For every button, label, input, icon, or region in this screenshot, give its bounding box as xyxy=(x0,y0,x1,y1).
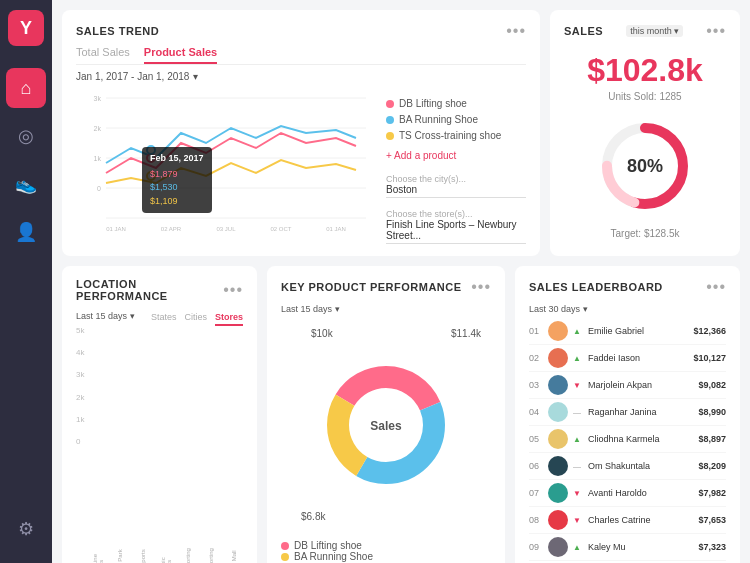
lb-name: Charles Catrine xyxy=(588,515,693,525)
units-sold: Units Sold: 1285 xyxy=(608,91,681,102)
lb-trend: ▼ xyxy=(573,516,583,525)
lb-name: Cliodhna Karmela xyxy=(588,434,693,444)
sales-trend-card: SALES TREND ••• Total Sales Product Sale… xyxy=(62,10,540,256)
svg-text:02 APR: 02 APR xyxy=(161,226,182,232)
leaderboard-list: 01 ▲ Emilie Gabriel $12,366 02 ▲ Faddei … xyxy=(529,318,726,563)
location-sub-tabs: States Cities Stores xyxy=(151,312,243,326)
lb-amount: $7,982 xyxy=(698,488,726,498)
table-row: 08 ▼ Charles Catrine $7,653 xyxy=(529,507,726,534)
sub-tab-cities[interactable]: Cities xyxy=(184,312,207,326)
key-product-header: KEY PRODUCT PERFORMANCE ••• xyxy=(281,278,491,296)
store-selector[interactable]: Choose the store(s)... Finish Line Sport… xyxy=(386,209,526,244)
legend-item-1: DB Lifting shoe xyxy=(386,98,526,109)
bar-item-3: Boston Sports xyxy=(134,545,153,563)
sales-trend-tabs: Total Sales Product Sales xyxy=(76,46,526,65)
table-row: 07 ▼ Avanti Haroldo $7,982 xyxy=(529,480,726,507)
key-product-title: KEY PRODUCT PERFORMANCE xyxy=(281,281,462,293)
avatar xyxy=(548,375,568,395)
svg-text:3k: 3k xyxy=(94,95,102,102)
avatar xyxy=(548,537,568,557)
donut-label-2: $11.4k xyxy=(451,328,481,339)
svg-text:2k: 2k xyxy=(94,125,102,132)
location-perf-more[interactable]: ••• xyxy=(223,281,243,299)
sales-month-card: SALES this month ▾ ••• $102.8k Units Sol… xyxy=(550,10,740,256)
avatar xyxy=(548,402,568,422)
sub-tab-states[interactable]: States xyxy=(151,312,177,326)
lb-name: Kaley Mu xyxy=(588,542,693,552)
legend-label-2: BA Running Shoe xyxy=(399,114,478,125)
lb-rank: 03 xyxy=(529,380,543,390)
lb-trend: — xyxy=(573,408,583,417)
leaderboard-period[interactable]: Last 30 days ▾ xyxy=(529,304,726,314)
add-product-button[interactable]: + Add a product xyxy=(386,150,526,161)
tab-total-sales[interactable]: Total Sales xyxy=(76,46,130,64)
lb-name: Faddei Iason xyxy=(588,353,688,363)
sidebar-item-home[interactable]: ⌂ xyxy=(6,68,46,108)
sales-month-title: SALES xyxy=(564,25,603,37)
main-content: SALES TREND ••• Total Sales Product Sale… xyxy=(52,0,750,563)
bar-item-4: Olympic Sports xyxy=(156,545,175,563)
sidebar-item-settings[interactable]: ⚙ xyxy=(6,509,46,549)
location-perf-card: LOCATION PERFORMANCE ••• Last 15 days ▾ … xyxy=(62,266,257,563)
sales-trend-more[interactable]: ••• xyxy=(506,22,526,40)
lb-trend: ▲ xyxy=(573,435,583,444)
lb-amount: $8,990 xyxy=(698,407,726,417)
sales-amount: $102.8k xyxy=(587,52,703,89)
lb-name: Marjolein Akpan xyxy=(588,380,693,390)
lb-amount: $9,082 xyxy=(698,380,726,390)
legend-dot-1 xyxy=(386,100,394,108)
bottom-row: LOCATION PERFORMANCE ••• Last 15 days ▾ … xyxy=(62,266,740,563)
bar-y-axis: 5k 4k 3k 2k 1k 0 xyxy=(76,326,88,446)
line-chart-svg: 3k 2k 1k 0 01 JAN 02 APR 03 JUL 02 OCT 0… xyxy=(76,88,376,233)
sidebar-item-person[interactable]: 👤 xyxy=(6,212,46,252)
legend-item-2: BA Running Shoe xyxy=(386,114,526,125)
location-period[interactable]: Last 15 days ▾ xyxy=(76,311,135,321)
avatar xyxy=(548,429,568,449)
line-chart: 3k 2k 1k 0 01 JAN 02 APR 03 JUL 02 OCT 0… xyxy=(76,88,376,244)
lb-trend: ▼ xyxy=(573,381,583,390)
lb-rank: 04 xyxy=(529,407,543,417)
top-row: SALES TREND ••• Total Sales Product Sale… xyxy=(62,10,740,256)
date-range-selector[interactable]: Jan 1, 2017 - Jan 1, 2018 ▾ xyxy=(76,71,526,82)
table-row: 02 ▲ Faddei Iason $10,127 xyxy=(529,345,726,372)
sidebar-item-shoes[interactable]: 👟 xyxy=(6,164,46,204)
donut-chart: 80% xyxy=(595,116,695,216)
key-product-period[interactable]: Last 15 days ▾ xyxy=(281,304,491,314)
this-month-selector[interactable]: this month ▾ xyxy=(626,25,683,37)
sub-tab-stores[interactable]: Stores xyxy=(215,312,243,326)
sales-trend-header: SALES TREND ••• xyxy=(76,22,526,40)
leaderboard-more[interactable]: ••• xyxy=(706,278,726,296)
sidebar-item-location[interactable]: ◎ xyxy=(6,116,46,156)
donut-percent-label: 80% xyxy=(627,156,663,177)
legend-label-3: TS Cross-training shoe xyxy=(399,130,501,141)
svg-point-14 xyxy=(147,154,155,162)
svg-text:03 JUL: 03 JUL xyxy=(216,226,236,232)
lb-rank: 09 xyxy=(529,542,543,552)
lb-amount: $12,366 xyxy=(693,326,726,336)
lb-rank: 05 xyxy=(529,434,543,444)
product-legend-dot-1 xyxy=(281,542,289,550)
tab-product-sales[interactable]: Product Sales xyxy=(144,46,217,64)
lb-trend: ▼ xyxy=(573,489,583,498)
chart-area: 3k 2k 1k 0 01 JAN 02 APR 03 JUL 02 OCT 0… xyxy=(76,88,526,244)
avatar xyxy=(548,348,568,368)
svg-text:02 OCT: 02 OCT xyxy=(270,226,291,232)
chart-legend: DB Lifting shoe BA Running Shoe TS Cross… xyxy=(386,88,526,244)
donut-label-1: $10k xyxy=(311,328,333,339)
svg-text:01 JAN: 01 JAN xyxy=(326,226,346,232)
table-row: 06 — Om Shakuntala $8,209 xyxy=(529,453,726,480)
avatar xyxy=(548,510,568,530)
avatar xyxy=(548,456,568,476)
leaderboard-title: SALES LEADERBOARD xyxy=(529,281,663,293)
svg-text:Sales: Sales xyxy=(370,419,402,433)
sales-month-more[interactable]: ••• xyxy=(706,22,726,40)
product-legend-2: BA Running Shoe xyxy=(281,551,491,562)
bar-item-6: Dick's Sporting xyxy=(202,545,221,563)
city-selector[interactable]: Choose the city(s)... Boston xyxy=(386,174,526,198)
donut-label-3: $6.8k xyxy=(301,511,325,522)
lb-name: Om Shakuntala xyxy=(588,461,693,471)
key-product-more[interactable]: ••• xyxy=(471,278,491,296)
bar-item-5: Dick's Sporting xyxy=(179,545,198,563)
svg-text:0: 0 xyxy=(97,185,101,192)
lb-trend: ▲ xyxy=(573,543,583,552)
